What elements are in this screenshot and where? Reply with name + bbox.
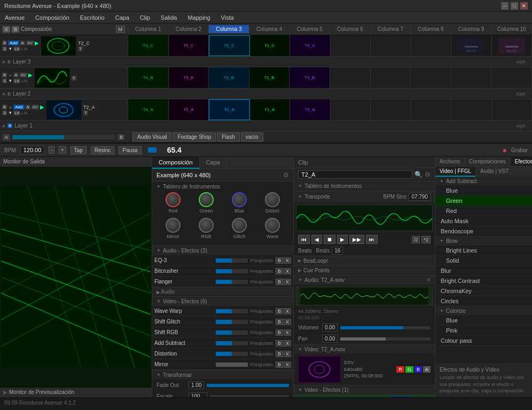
lit-btn-l3[interactable]: Lit — [13, 46, 20, 51]
group-brightcontrast[interactable]: Bright.Contrast — [435, 276, 532, 286]
vstab-audio[interactable]: Audio | VST — [476, 167, 513, 177]
s-btn-l1[interactable]: S — [2, 111, 7, 115]
group-circles[interactable]: Circles — [435, 296, 532, 306]
group-chromakey[interactable]: ChromaKey — [435, 286, 532, 296]
clip-l2-8[interactable] — [411, 67, 451, 88]
search-icon[interactable]: 🔍 — [414, 171, 423, 178]
vstab-video[interactable]: Video | FFGL — [435, 167, 475, 177]
s-btn-l3[interactable]: S — [2, 46, 7, 51]
bpm-minus[interactable]: - — [49, 146, 54, 154]
effect-shiftglitch[interactable]: Shift Glitch Preajustes B X — [152, 317, 293, 327]
layer2-thumbnail[interactable] — [35, 68, 69, 88]
clip-l3-9[interactable]: resolumelogo 002 — [451, 35, 492, 56]
transport-fwd-btn[interactable]: ▶▶ — [349, 235, 364, 244]
clip-l3-7[interactable] — [371, 35, 411, 56]
transport-back-btn[interactable]: ◀ — [311, 235, 322, 244]
group-blur[interactable]: Blur — [435, 266, 532, 276]
master-a-btn[interactable]: A — [3, 134, 10, 140]
group-colourpass[interactable]: Colour pass — [435, 336, 532, 346]
etab-composiciones[interactable]: Composiciones — [465, 157, 510, 166]
clip-l2-7[interactable] — [371, 67, 411, 88]
master-b-btn[interactable]: B — [118, 134, 125, 140]
clip-l1-7[interactable] — [371, 99, 411, 120]
effect-addsubtract-comp[interactable]: Add Subtract Preajustes B X — [152, 338, 293, 349]
layer1-b-btn[interactable]: B — [7, 123, 12, 128]
clip-name-input[interactable] — [298, 170, 412, 179]
effect-red[interactable]: Red — [435, 206, 532, 216]
record-btn[interactable]: Grabar — [511, 147, 528, 153]
clip-l3-6[interactable] — [331, 35, 371, 56]
clip-l1-3[interactable]: T2_A — [209, 99, 250, 120]
clip-effect-blend[interactable]: Green — [390, 396, 411, 397]
clip-l1-5[interactable]: T3_A — [290, 99, 331, 120]
clip-effect-x-btn[interactable]: X — [423, 397, 431, 398]
loop-x2-btn[interactable]: *2 — [421, 236, 431, 243]
clip-l2-3[interactable]: T2_B — [209, 67, 249, 88]
group-addsubtract[interactable]: Add Subtract — [435, 177, 532, 186]
clip-l1-10[interactable] — [492, 99, 533, 120]
clip-l2-5[interactable]: T3_B — [290, 67, 330, 88]
effect-shiftrgb[interactable]: Shift RGB Preajustes B X — [152, 327, 293, 338]
clip-l3-3[interactable]: T2_C — [209, 35, 250, 56]
s-btn-l2[interactable]: S — [2, 78, 7, 83]
knob-mirror[interactable]: Mirror — [166, 218, 181, 239]
pause-btn[interactable]: Pausa — [119, 146, 141, 154]
etab-archivos[interactable]: Archivos — [435, 157, 465, 166]
knob-glitch[interactable]: Glitch — [232, 218, 247, 239]
effect-bitcrusher[interactable]: Bitcrusher Preajustes B X — [152, 266, 293, 277]
tap-btn[interactable]: Tap — [71, 146, 87, 154]
a-btn-l1[interactable]: A — [26, 105, 30, 109]
clip-l1-1[interactable]: T4_A — [128, 99, 169, 120]
fade-out-val[interactable]: 1.00 — [189, 381, 204, 389]
clip-l1-2[interactable]: T5_A — [169, 99, 209, 120]
pan-value[interactable]: 0.00 — [322, 335, 338, 343]
transport-prev-btn[interactable]: ⏮ — [298, 235, 310, 244]
transport-play-btn[interactable]: ▶ — [337, 235, 348, 244]
m-btn[interactable]: M — [116, 26, 126, 33]
tab-footage-shop[interactable]: Footage Shop — [173, 132, 216, 141]
effect-colorize-blue[interactable]: Blue — [435, 316, 532, 326]
knob-green[interactable]: Green — [199, 192, 214, 214]
audio-section-toggle[interactable]: ▶ Audio — [152, 287, 293, 296]
menu-escritorio[interactable]: Escritorio — [78, 13, 107, 22]
t-btn-l1[interactable]: T — [83, 111, 88, 115]
comp-settings-icon[interactable]: ⚙ — [283, 171, 289, 179]
loop-div-btn[interactable]: /2 — [412, 236, 420, 243]
group-blow[interactable]: Blow — [435, 236, 532, 246]
transport-stop-btn[interactable]: ⏹ — [324, 235, 335, 244]
b-btn[interactable]: B — [12, 26, 19, 33]
a-btn-l3[interactable]: A — [20, 41, 25, 45]
video-g-btn[interactable]: G — [405, 366, 413, 373]
menu-capa[interactable]: Capa — [113, 13, 131, 22]
clip-l1-6[interactable] — [331, 99, 371, 120]
b-btn-l1[interactable]: B — [2, 105, 7, 109]
menu-clip[interactable]: Clip — [138, 13, 152, 22]
clip-settings-icon[interactable]: ⚙ — [425, 171, 431, 178]
clip-effect-b-btn[interactable]: B — [413, 397, 421, 398]
group-automask[interactable]: Auto Mask — [435, 216, 532, 226]
clip-l1-8[interactable] — [411, 99, 452, 120]
audio-close-btn[interactable]: ✕ — [426, 277, 431, 283]
clip-l3-2[interactable]: T5_C — [169, 35, 209, 56]
transport-end-btn[interactable]: ⏭ — [366, 235, 378, 244]
clip-l2-10[interactable] — [491, 67, 532, 88]
clip-l3-4[interactable]: T1_C — [250, 35, 291, 56]
knob-wave[interactable]: Wave — [265, 218, 280, 239]
add-btn-l3[interactable]: Add — [8, 41, 19, 45]
effect-eq3[interactable]: EQ-3 Preajustes B X — [152, 255, 293, 266]
scale-val[interactable]: 100... — [189, 392, 207, 397]
clip-l1-4[interactable]: T1_A — [250, 99, 291, 120]
video-r-btn[interactable]: R — [396, 366, 404, 373]
knob-rgb[interactable]: RGB — [199, 218, 214, 239]
bpm-plus[interactable]: + — [59, 146, 66, 154]
clip-l1-9[interactable] — [451, 99, 492, 120]
clip-l3-10[interactable]: resolumelogo 001 — [492, 35, 533, 56]
video-a-btn[interactable]: A — [423, 366, 431, 373]
layer1-thumbnail[interactable] — [46, 100, 81, 120]
knob-blue[interactable]: Blue — [232, 192, 247, 214]
a-btn-l2[interactable]: A — [13, 73, 18, 77]
menu-salida[interactable]: Salida — [159, 13, 179, 22]
effect-mirror[interactable]: Mirror Preajustes B X — [152, 359, 293, 370]
menu-vista[interactable]: Vista — [219, 13, 236, 22]
clip-l2-6[interactable] — [330, 67, 371, 88]
